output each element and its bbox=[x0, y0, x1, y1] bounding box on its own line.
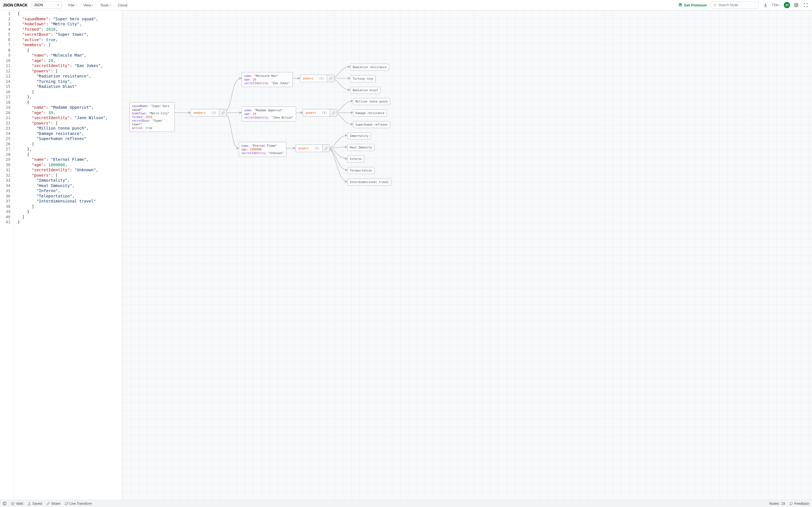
chevron-down-icon: ▾ bbox=[92, 4, 93, 6]
menu-cloud-label: Cloud bbox=[118, 3, 128, 7]
link-icon[interactable] bbox=[327, 75, 334, 82]
node-leaf[interactable]: Turning tiny bbox=[350, 75, 375, 82]
status-live-transform[interactable]: Live Transform bbox=[65, 502, 92, 506]
status-bar: Valid Saved Share Live Transform Nodes: … bbox=[0, 500, 812, 507]
menu-view[interactable]: View ▾ bbox=[80, 1, 97, 9]
status-valid[interactable]: Valid bbox=[11, 502, 23, 506]
node-value: 39 bbox=[253, 112, 256, 115]
menu-file-label: File bbox=[68, 3, 74, 7]
node-array-count: (3) bbox=[319, 109, 329, 116]
feedback-label: Feedback bbox=[794, 502, 809, 506]
graph-edges bbox=[122, 10, 812, 500]
chevron-down-icon: ▾ bbox=[779, 4, 780, 6]
gift-icon bbox=[678, 3, 682, 8]
node-powers-array[interactable]: powers (3) bbox=[303, 109, 337, 117]
node-leaf[interactable]: Interdimensional travel bbox=[347, 179, 391, 186]
topbar: JSON CRACK JSON ▲▼ File ▾ View ▾ Tools ▾… bbox=[0, 0, 812, 10]
select-chevrons-icon: ▲▼ bbox=[57, 4, 59, 6]
status-saved-label: Saved bbox=[33, 502, 42, 506]
app-logo: JSON CRACK bbox=[3, 3, 28, 7]
fullscreen-button[interactable] bbox=[802, 2, 809, 8]
user-avatar[interactable]: JC bbox=[784, 2, 790, 8]
node-value: "Madame Uppercut" bbox=[254, 109, 283, 112]
node-array-label: members bbox=[191, 109, 208, 116]
code-content[interactable]: { "squadName": "Super hero squad", "home… bbox=[14, 10, 122, 500]
menu-view-label: View bbox=[84, 3, 91, 7]
node-value: "Eternal Flame" bbox=[252, 144, 277, 147]
node-value: "Unknown" bbox=[268, 152, 284, 155]
status-share[interactable]: Share bbox=[47, 502, 60, 506]
node-powers-array[interactable]: powers (5) bbox=[296, 145, 330, 152]
node-value: 29 bbox=[253, 78, 256, 81]
code-editor[interactable]: 1234567891011121314151617181920212223242… bbox=[0, 10, 122, 500]
status-node-count: Nodes: 19 bbox=[769, 502, 785, 506]
node-value: 2016 bbox=[146, 115, 152, 119]
toggle-panel-button[interactable] bbox=[3, 502, 6, 505]
menu-file[interactable]: File ▾ bbox=[65, 1, 80, 9]
get-premium-label: Get Premium bbox=[684, 3, 707, 7]
link-icon[interactable] bbox=[219, 109, 226, 116]
node-value: "Jane Wilson" bbox=[271, 116, 293, 119]
node-leaf[interactable]: Damage resistance bbox=[353, 110, 387, 117]
node-value: 1000000 bbox=[250, 148, 262, 151]
node-root-object[interactable]: squadName: "Super hero squad" homeTown: … bbox=[130, 102, 175, 132]
status-valid-label: Valid bbox=[16, 502, 23, 506]
node-leaf[interactable]: Radiation resistance bbox=[350, 64, 389, 71]
node-leaf[interactable]: Immortality bbox=[347, 132, 371, 139]
search-node-input[interactable] bbox=[711, 1, 759, 9]
node-array-label: powers bbox=[300, 75, 316, 82]
settings-button[interactable] bbox=[793, 2, 800, 8]
node-array-count: (5) bbox=[312, 145, 322, 152]
main-area: 1234567891011121314151617181920212223242… bbox=[0, 10, 812, 500]
node-leaf[interactable]: Superhuman reflexes bbox=[353, 121, 390, 128]
avatar-initials: JC bbox=[785, 4, 789, 7]
status-live-transform-label: Live Transform bbox=[70, 502, 92, 506]
feedback-button[interactable]: Feedback bbox=[790, 502, 809, 506]
line-gutter: 1234567891011121314151617181920212223242… bbox=[0, 10, 14, 500]
nodes-count: 19 bbox=[781, 502, 785, 506]
download-button[interactable] bbox=[762, 2, 769, 8]
svg-point-3 bbox=[796, 4, 797, 6]
link-icon[interactable] bbox=[322, 145, 329, 152]
search-icon bbox=[713, 3, 717, 8]
svg-point-2 bbox=[714, 4, 716, 6]
node-array-count: (3) bbox=[316, 75, 327, 82]
menu-tools[interactable]: Tools ▾ bbox=[97, 1, 114, 9]
node-value: true bbox=[146, 126, 152, 129]
node-member-object[interactable]: name: "Madame Uppercut" age: 39 secretId… bbox=[242, 107, 296, 121]
zoom-dropdown[interactable]: 71% ▾ bbox=[772, 3, 780, 7]
status-saved[interactable]: Saved bbox=[28, 502, 42, 506]
node-leaf[interactable]: Heat Immunity bbox=[347, 144, 374, 151]
status-share-label: Share bbox=[51, 502, 60, 506]
link-icon[interactable] bbox=[329, 109, 337, 116]
node-value: "Molecule Man" bbox=[254, 74, 278, 77]
node-leaf[interactable]: Million tonne punch bbox=[353, 98, 390, 105]
node-value: "Metro City" bbox=[149, 112, 169, 115]
node-member-object[interactable]: name: "Molecule Man" age: 29 secretIdent… bbox=[242, 72, 293, 87]
diagram-canvas[interactable]: squadName: "Super hero squad" homeTown: … bbox=[122, 10, 812, 500]
node-powers-array[interactable]: powers (3) bbox=[300, 75, 335, 82]
node-array-label: powers bbox=[303, 109, 319, 116]
node-members-array[interactable]: members (3) bbox=[191, 109, 227, 117]
node-leaf[interactable]: Radiation blast bbox=[350, 87, 380, 94]
chevron-down-icon: ▾ bbox=[75, 4, 77, 6]
node-array-label: powers bbox=[296, 145, 312, 152]
node-member-object[interactable]: name: "Eternal Flame" age: 1000000 secre… bbox=[239, 142, 287, 157]
get-premium-button[interactable]: Get Premium bbox=[678, 3, 707, 8]
nodes-label: Nodes: bbox=[769, 502, 780, 506]
chevron-down-icon: ▾ bbox=[110, 4, 111, 6]
svg-point-6 bbox=[11, 502, 14, 505]
menu-tools-label: Tools bbox=[100, 3, 109, 7]
menu-cloud[interactable]: Cloud bbox=[114, 1, 131, 9]
format-select-value: JSON bbox=[34, 3, 43, 7]
svg-rect-4 bbox=[3, 502, 6, 505]
node-value: "Dan Jukes" bbox=[271, 82, 290, 85]
format-select[interactable]: JSON ▲▼ bbox=[32, 1, 62, 9]
node-leaf[interactable]: Inferno bbox=[347, 156, 364, 163]
node-array-count: (3) bbox=[208, 109, 219, 116]
zoom-value: 71% bbox=[772, 3, 778, 7]
node-leaf[interactable]: Teleportation bbox=[347, 167, 374, 174]
search-node-field[interactable] bbox=[718, 3, 756, 7]
